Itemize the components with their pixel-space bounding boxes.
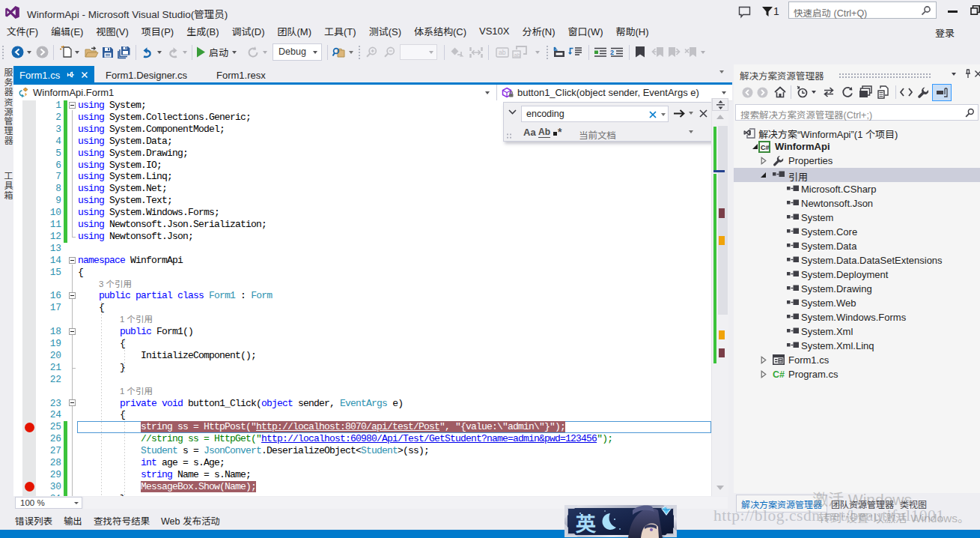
fold-toggle[interactable] xyxy=(69,292,76,299)
se-view-code-icon[interactable] xyxy=(900,88,913,97)
menu-帮助H[interactable]: 帮助(H) xyxy=(609,22,655,40)
undo-button[interactable] xyxy=(141,40,154,64)
menu-团队M[interactable]: 团队(M) xyxy=(271,22,318,40)
navigate-symbols-button[interactable] xyxy=(451,40,466,64)
open-file-button[interactable] xyxy=(85,40,99,64)
expander-open-icon[interactable] xyxy=(752,143,758,150)
tree-item-System.Web[interactable]: System.Web xyxy=(734,296,980,310)
redo-dropdown[interactable] xyxy=(181,40,188,64)
increase-indent-button[interactable]: 2 xyxy=(609,40,624,64)
expander-closed-icon[interactable] xyxy=(761,356,767,364)
fold-toggle[interactable] xyxy=(69,102,76,109)
code-line-3[interactable]: using System.ComponentModel; xyxy=(78,124,225,136)
code-line-20[interactable]: InitializeComponent(); xyxy=(141,350,256,362)
expander-open-icon[interactable] xyxy=(760,172,767,178)
scroll-up-arrow[interactable] xyxy=(716,115,724,119)
scrollbar-splitter[interactable] xyxy=(712,98,728,111)
whole-word-button[interactable]: Ab xyxy=(538,127,550,138)
code-line-2[interactable]: using System.Collections.Generic; xyxy=(78,112,251,124)
tree-item-System.Drawing[interactable]: System.Drawing xyxy=(734,282,980,296)
new-project-dropdown[interactable] xyxy=(73,40,80,64)
se-show-all-files-icon[interactable] xyxy=(877,85,890,99)
menu-体系结构C[interactable]: 体系结构(C) xyxy=(407,22,472,40)
code-line-11[interactable]: using Newtonsoft.Json.Serialization; xyxy=(78,219,267,231)
toolbar-grip-2[interactable] xyxy=(358,45,361,60)
find-resize-grip[interactable] xyxy=(506,133,512,139)
quick-launch-search[interactable]: 快速启动 (Ctrl+Q) xyxy=(788,1,937,19)
type-dropdown[interactable]: WinformApi.Form1 xyxy=(13,85,496,100)
start-debug-dropdown[interactable] xyxy=(231,40,237,64)
code-editor[interactable]: 1using System;2using System.Collections.… xyxy=(13,100,711,496)
search-history-dropdown-icon[interactable] xyxy=(661,113,666,116)
new-project-button[interactable] xyxy=(59,40,73,64)
tree-item-引用[interactable]: 引用 xyxy=(734,168,980,182)
code-line-28[interactable]: int age = s.Age; xyxy=(141,457,225,469)
solution-search-box[interactable]: 搜索解决方案资源管理器(Ctrl+;) xyxy=(735,104,979,121)
save-all-button[interactable] xyxy=(117,40,132,64)
code-line-14[interactable]: namespace WinformApi xyxy=(78,255,183,267)
menu-VS10X[interactable]: VS10X xyxy=(473,23,516,39)
zoom-in-button[interactable] xyxy=(365,40,378,64)
bottom-tab[interactable]: 错误列表 xyxy=(15,513,52,528)
pin-icon[interactable] xyxy=(67,71,75,79)
zoom-level-combo[interactable] xyxy=(400,44,437,60)
regex-button[interactable]: * xyxy=(553,126,561,138)
code-line-23[interactable]: private void button1_Click(object sender… xyxy=(120,398,403,410)
code-line-19[interactable]: { xyxy=(120,338,125,350)
find-scope-dropdown-icon[interactable] xyxy=(689,130,693,133)
code-line-6[interactable]: using System.IO; xyxy=(78,160,162,172)
find-next-icon[interactable] xyxy=(674,109,685,118)
navigate-back-dropdown[interactable] xyxy=(25,40,32,64)
tree-item-System.Windows.Forms[interactable]: System.Windows.Forms xyxy=(734,310,980,324)
se-home-icon[interactable] xyxy=(774,86,786,98)
refactor-dropdown[interactable] xyxy=(533,40,541,64)
fold-toggle[interactable] xyxy=(69,257,76,264)
notification-count[interactable]: 1 xyxy=(773,5,779,17)
code-line-15[interactable]: { xyxy=(78,267,83,279)
redo-button[interactable] xyxy=(166,40,180,64)
fold-toggle[interactable] xyxy=(69,399,76,406)
tree-item-System.Xml[interactable]: System.Xml xyxy=(734,324,980,339)
code-line-17[interactable]: { xyxy=(99,302,104,314)
game-ad-banner[interactable]: 英 xyxy=(564,504,678,538)
find-input[interactable]: encoding xyxy=(521,106,669,122)
code-line-21[interactable]: } xyxy=(120,362,125,374)
code-line-7[interactable]: using System.Linq; xyxy=(78,171,172,183)
find-in-files-button[interactable] xyxy=(332,40,345,64)
restart-dropdown[interactable] xyxy=(261,40,268,64)
code-line-25[interactable]: string ss = HttpPost("http://localhost:8… xyxy=(141,421,565,433)
decrease-indent-button[interactable] xyxy=(593,40,608,64)
member-dropdown[interactable]: button1_Click(object sender, EventArgs e… xyxy=(497,85,732,100)
menu-工具T[interactable]: 工具(T) xyxy=(318,22,363,40)
expander-closed-icon[interactable] xyxy=(761,157,767,165)
find-expand-chevron-icon[interactable] xyxy=(508,109,517,115)
navigate-back-button[interactable] xyxy=(11,40,24,64)
editor-vertical-scrollbar[interactable] xyxy=(711,98,728,496)
matching-brace-button[interactable] xyxy=(469,40,484,64)
menu-生成B[interactable]: 生成(B) xyxy=(180,22,225,40)
zoom-control[interactable]: 100 % xyxy=(15,497,82,509)
find-next-dropdown-icon[interactable] xyxy=(689,112,693,115)
code-line-24[interactable]: { xyxy=(120,409,125,421)
se-refresh-icon[interactable] xyxy=(841,86,853,98)
rename-button[interactable]: ab xyxy=(495,40,510,64)
start-debug-button[interactable] xyxy=(195,40,206,64)
next-bookmark-button[interactable] xyxy=(666,40,681,64)
extract-method-button[interactable]: ab xyxy=(511,40,528,64)
toolbar-grip[interactable] xyxy=(1,45,4,60)
tree-item-Newtonsoft.Json[interactable]: Newtonsoft.Json xyxy=(734,196,980,211)
pin-panel-icon[interactable] xyxy=(964,69,972,79)
previous-bookmark-button[interactable] xyxy=(650,40,665,64)
match-case-button[interactable]: Aa xyxy=(523,127,536,138)
menu-视图V[interactable]: 视图(V) xyxy=(90,22,135,40)
code-line-4[interactable]: using System.Data; xyxy=(78,136,172,148)
tree-item-WinformApi[interactable]: C#WinformApi xyxy=(734,139,980,154)
comment-button[interactable] xyxy=(552,40,567,64)
codelens-references[interactable]: 1 个引用 xyxy=(120,314,153,326)
code-line-27[interactable]: Student s = JsonConvert.DeserializeObjec… xyxy=(141,445,429,457)
tree-item-Program.cs[interactable]: C#Program.cs xyxy=(734,367,980,381)
tree-item-Microsoft.CSharp[interactable]: Microsoft.CSharp xyxy=(734,182,980,196)
toggle-bookmark-button[interactable] xyxy=(633,40,647,64)
menu-项目P[interactable]: 项目(P) xyxy=(135,22,180,40)
notifications-flag-icon[interactable] xyxy=(762,7,773,17)
